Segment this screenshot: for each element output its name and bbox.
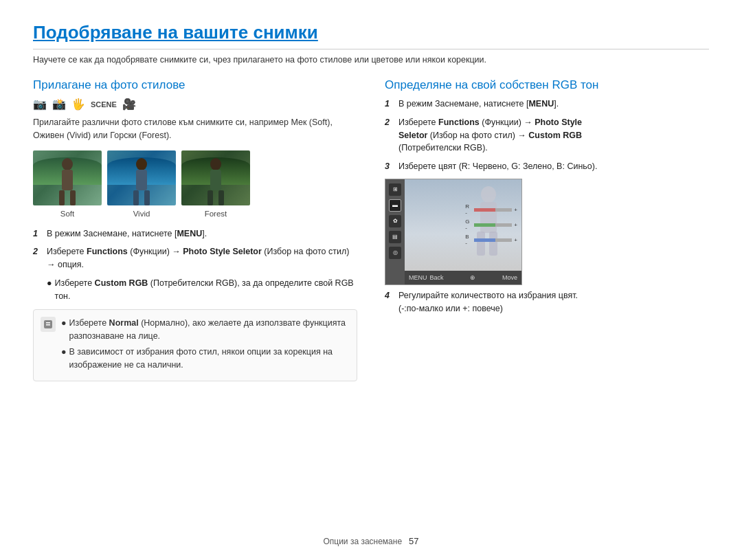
- footer-text: Опции за заснемане: [323, 537, 402, 546]
- camera-ui-screenshot: ⊞ ▬ ✿ ▤ ◎: [385, 179, 522, 285]
- step-num-2: 2: [33, 245, 43, 271]
- scene-label: SCENE: [91, 100, 117, 109]
- svg-rect-2: [59, 190, 65, 205]
- camera-icon-4: 🎥: [122, 98, 136, 111]
- ui-icon-1: ⊞: [389, 183, 401, 196]
- camera-icon-2: 📸: [52, 98, 66, 111]
- svg-point-0: [62, 158, 73, 170]
- menu-label: MENU: [409, 274, 427, 281]
- ui-icon-4: ▤: [389, 231, 401, 243]
- rgb-bar-r: [474, 208, 512, 212]
- camera-bg: R - + G - +: [405, 179, 521, 271]
- rgb-sliders: R - + G - +: [465, 203, 517, 246]
- rgb-label-g: G -: [465, 219, 472, 231]
- right-step-text-3: Изберете цвят (R: Червено, G: Зелено, B:…: [398, 160, 709, 173]
- svg-rect-11: [218, 190, 224, 205]
- camera-icon-3: 🖐: [71, 98, 85, 111]
- photo-labels-row: Soft Vivid Forest: [33, 210, 357, 218]
- right-step-num-2: 2: [385, 116, 394, 155]
- photo-examples-row: [33, 150, 357, 205]
- rgb-fill-r: [474, 208, 495, 212]
- nav-move-icon: ⊕: [470, 274, 475, 281]
- photo-person-forest: [202, 157, 229, 205]
- rgb-fill-b: [474, 238, 495, 242]
- camera-ui-left-panel: ⊞ ▬ ✿ ▤ ◎: [385, 179, 405, 284]
- left-description: Прилагайте различни фото стилове към сни…: [33, 116, 357, 142]
- left-step-2: 2 Изберете Functions (Функции) → Photo S…: [33, 245, 357, 271]
- left-step-1: 1 В режим Заснемане, натиснете [MENU].: [33, 227, 357, 240]
- photo-person-vivid: [128, 157, 155, 205]
- rgb-label-b: B -: [465, 234, 472, 246]
- note-bullet-dot-1: ●: [61, 317, 67, 343]
- note-box: ● Изберете Normal (Нормално), ако желает…: [33, 309, 357, 381]
- svg-point-8: [210, 158, 221, 170]
- photo-forest: [181, 150, 250, 205]
- right-step-text-2: Изберете Functions (Функции) → Photo Sty…: [398, 116, 709, 155]
- note-content: ● Изберете Normal (Нормално), ако желает…: [61, 317, 350, 374]
- bullet-dot: ●: [47, 277, 52, 303]
- rgb-row-g: G - +: [465, 219, 517, 231]
- photo-person-soft: [54, 157, 81, 205]
- right-section-title: Определяне на свой собствен RGB тон: [385, 78, 709, 92]
- note-bullet-text-1: Изберете Normal (Нормално), ако желаете …: [69, 317, 350, 343]
- camera-icons-row: 📷 📸 🖐 SCENE 🎥: [33, 98, 357, 111]
- rgb-plus-r: +: [514, 207, 517, 213]
- note-icon: [41, 317, 56, 332]
- page-subtitle: Научете се как да подобрявате снимките с…: [33, 55, 709, 65]
- photo-vivid: [107, 150, 176, 205]
- left-bullet-1: ● Изберете Custom RGB (Потребителски RGB…: [47, 277, 357, 303]
- label-vivid: Vivid: [107, 210, 176, 218]
- svg-rect-3: [70, 190, 76, 205]
- back-label: Back: [430, 274, 444, 281]
- ui-icon-2: ▬: [389, 199, 401, 212]
- nav-move-label: Move: [502, 274, 517, 281]
- step-num-1: 1: [33, 227, 43, 240]
- svg-rect-5: [136, 170, 147, 190]
- svg-rect-10: [207, 190, 213, 205]
- rgb-row-b: B - +: [465, 234, 517, 246]
- note-bullet-text-2: В зависимост от избрания фото стил, няко…: [69, 346, 350, 372]
- note-bullet-2: ● В зависимост от избрания фото стил, ня…: [61, 346, 350, 372]
- note-bullet-dot-2: ●: [61, 346, 67, 372]
- rgb-plus-g: +: [514, 222, 517, 228]
- main-content: Прилагане на фото стилове 📷 📸 🖐 SCENE 🎥 …: [33, 78, 709, 381]
- rgb-bar-b: [474, 238, 512, 242]
- step-text-1: В режим Заснемане, натиснете [MENU].: [47, 227, 357, 240]
- rgb-fill-g: [474, 223, 495, 227]
- camera-icon-1: 📷: [33, 98, 47, 111]
- photo-soft: [33, 150, 102, 205]
- rgb-label-r: R -: [465, 203, 472, 216]
- ui-icon-3: ✿: [389, 215, 401, 227]
- svg-rect-1: [62, 170, 73, 190]
- label-forest: Forest: [181, 210, 250, 218]
- svg-rect-6: [133, 190, 139, 205]
- rgb-bar-g: [474, 223, 512, 227]
- svg-rect-14: [46, 324, 50, 326]
- right-step-text-1: В режим Заснемане, натиснете [MENU].: [398, 98, 709, 111]
- right-step-3: 3 Изберете цвят (R: Червено, G: Зелено, …: [385, 160, 709, 173]
- camera-ui-bottom-bar: MENU Back ⊕ Move: [405, 271, 521, 284]
- step-text-2: Изберете Functions (Функции) → Photo Sty…: [47, 245, 357, 271]
- ui-icon-5: ◎: [389, 247, 401, 259]
- right-column: Определяне на свой собствен RGB тон 1 В …: [385, 78, 709, 381]
- rgb-plus-b: +: [514, 237, 517, 243]
- svg-rect-13: [46, 322, 50, 324]
- svg-rect-9: [210, 170, 221, 190]
- camera-ui-main-area: R - + G - +: [405, 179, 521, 271]
- left-section-title: Прилагане на фото стилове: [33, 78, 357, 92]
- page-footer: Опции за заснемане 57: [0, 536, 742, 546]
- label-soft: Soft: [33, 210, 102, 218]
- right-step-4: 4 Регулирайте количеството на избрания ц…: [385, 289, 709, 315]
- page-number: 57: [409, 536, 418, 546]
- right-step-num-4: 4: [385, 289, 394, 315]
- svg-point-4: [136, 158, 147, 170]
- page-title: Подобряване на вашите снимки: [33, 22, 709, 49]
- bullet-text-1: Изберете Custom RGB (Потребителски RGB),…: [55, 277, 357, 303]
- note-bullet-1: ● Изберете Normal (Нормално), ако желает…: [61, 317, 350, 343]
- right-step-text-4: Регулирайте количеството на избрания цвя…: [398, 289, 709, 315]
- left-column: Прилагане на фото стилове 📷 📸 🖐 SCENE 🎥 …: [33, 78, 357, 381]
- svg-point-15: [481, 186, 496, 203]
- right-step-1: 1 В режим Заснемане, натиснете [MENU].: [385, 98, 709, 111]
- right-step-num-3: 3: [385, 160, 394, 173]
- right-step-2: 2 Изберете Functions (Функции) → Photo S…: [385, 116, 709, 155]
